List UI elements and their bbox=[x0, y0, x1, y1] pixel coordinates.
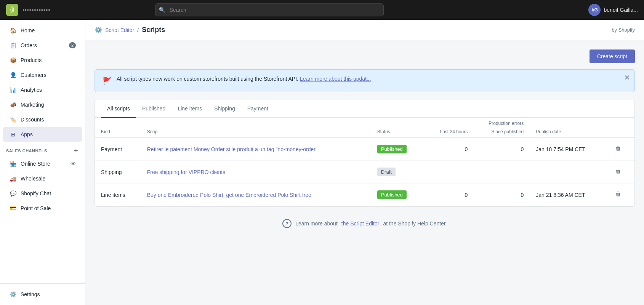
footer-help: ? Learn more about the Script Editor at … bbox=[95, 207, 635, 240]
cell-kind: Shipping bbox=[95, 161, 141, 184]
discounts-icon: 🏷️ bbox=[9, 116, 17, 123]
delete-button[interactable] bbox=[614, 190, 623, 200]
sidebar-item-label: Home bbox=[21, 27, 35, 34]
cell-last24h: 0 bbox=[423, 184, 474, 206]
cell-actions bbox=[607, 161, 634, 184]
cell-since-published: 0 bbox=[474, 138, 530, 161]
main-content: ⚙️ Script Editor / Scripts by Shopify Cr… bbox=[85, 20, 644, 305]
add-sales-channel-icon[interactable]: ＋ bbox=[73, 147, 79, 155]
cell-kind: Line items bbox=[95, 184, 141, 206]
breadcrumb-separator: / bbox=[137, 27, 139, 33]
sidebar: 🏠 Home 📋 Orders 2 📦 Products 👤 Customers bbox=[0, 20, 85, 305]
cell-script: Free shipping for VIPPRO clients bbox=[141, 161, 371, 184]
sidebar-item-analytics[interactable]: 📊 Analytics bbox=[3, 83, 82, 97]
sidebar-item-discounts[interactable]: 🏷️ Discounts bbox=[3, 112, 82, 127]
shopify-logo bbox=[6, 4, 18, 16]
marketing-icon: 📣 bbox=[9, 101, 17, 109]
cell-actions bbox=[607, 184, 634, 206]
cell-status: Published bbox=[371, 184, 424, 206]
banner-learn-more-link[interactable]: Learn more about this update. bbox=[300, 76, 371, 82]
sidebar-item-customers[interactable]: 👤 Customers bbox=[3, 68, 82, 82]
topbar: •••••••••••••••• 🔍 bG benoit Gailla... bbox=[0, 0, 644, 20]
col-status: Status bbox=[371, 126, 424, 138]
footer-text-before: Learn more about bbox=[295, 220, 338, 227]
sidebar-item-label: Online Store bbox=[21, 161, 50, 167]
sidebar-item-label: Products bbox=[21, 57, 42, 63]
settings-icon: ⚙️ bbox=[9, 291, 17, 298]
sales-channels-label: SALES CHANNELS bbox=[6, 149, 47, 153]
table-row: Line items Buy one Embroidered Polo Shir… bbox=[95, 184, 634, 206]
sidebar-item-marketing[interactable]: 📣 Marketing bbox=[3, 97, 82, 112]
create-script-button[interactable]: Create script bbox=[590, 50, 635, 63]
breadcrumb: ⚙️ Script Editor / Scripts bbox=[95, 26, 165, 34]
tab-line-items[interactable]: Line items bbox=[171, 100, 208, 118]
help-icon: ? bbox=[282, 219, 292, 228]
search-bar[interactable]: 🔍 bbox=[155, 3, 384, 16]
delete-button[interactable] bbox=[614, 167, 623, 177]
sidebar-item-apps[interactable]: ⊞ Apps bbox=[3, 127, 82, 142]
avatar: bG bbox=[588, 4, 601, 16]
analytics-icon: 📊 bbox=[9, 86, 17, 94]
page-content: Create script 🚩 All script types now wor… bbox=[85, 40, 644, 249]
banner-flag-icon: 🚩 bbox=[103, 77, 112, 86]
online-store-eye-icon: 👁 bbox=[70, 161, 76, 167]
production-errors-header: Production errors bbox=[423, 118, 530, 126]
col-since-published: Since published bbox=[474, 126, 530, 138]
cell-kind: Payment bbox=[95, 138, 141, 161]
scripts-card: All scripts Published Line items Shippin… bbox=[95, 100, 635, 207]
cell-actions bbox=[607, 138, 634, 161]
cell-publish-date bbox=[530, 161, 607, 184]
footer-text-after: at the Shopify Help Center. bbox=[383, 220, 447, 227]
sidebar-item-label: Wholesale bbox=[21, 176, 45, 182]
script-link[interactable]: Buy one Embroidered Polo Shirt, get one … bbox=[147, 192, 311, 198]
sidebar-item-orders[interactable]: 📋 Orders 2 bbox=[3, 38, 82, 53]
col-kind: Kind bbox=[95, 126, 141, 138]
wholesale-icon: 🚚 bbox=[9, 175, 17, 182]
close-icon[interactable]: ✕ bbox=[624, 74, 630, 81]
col-actions bbox=[607, 126, 634, 138]
user-menu[interactable]: bG benoit Gailla... bbox=[588, 4, 638, 16]
orders-badge: 2 bbox=[69, 42, 76, 48]
script-link[interactable]: Retirer le paiement Money Order si le pr… bbox=[147, 146, 317, 152]
tab-all-scripts[interactable]: All scripts bbox=[101, 100, 136, 118]
table-row: Shipping Free shipping for VIPPRO client… bbox=[95, 161, 634, 184]
store-icon: 🏪 bbox=[9, 160, 17, 168]
sidebar-item-label: Discounts bbox=[21, 117, 44, 123]
tab-payment[interactable]: Payment bbox=[241, 100, 274, 118]
cell-status: Published bbox=[371, 138, 424, 161]
store-name: •••••••••••••••• bbox=[23, 7, 51, 13]
delete-button[interactable] bbox=[614, 144, 623, 154]
trash-icon bbox=[615, 191, 621, 197]
breadcrumb-app-link[interactable]: Script Editor bbox=[105, 27, 134, 33]
sidebar-item-shopify-chat[interactable]: 💬 Shopify Chat bbox=[3, 186, 82, 201]
pos-icon: 💳 bbox=[9, 204, 17, 212]
page-header: ⚙️ Script Editor / Scripts by Shopify bbox=[85, 20, 644, 40]
search-input[interactable] bbox=[155, 3, 384, 16]
gear-icon: ⚙️ bbox=[95, 26, 102, 34]
sidebar-item-products[interactable]: 📦 Products bbox=[3, 53, 82, 67]
tab-published[interactable]: Published bbox=[136, 100, 172, 118]
cell-status: Draft bbox=[371, 161, 424, 184]
apps-icon: ⊞ bbox=[9, 131, 17, 138]
sidebar-item-label: Analytics bbox=[21, 87, 42, 93]
sales-channels-section: SALES CHANNELS ＋ bbox=[0, 142, 85, 156]
sidebar-item-label: Orders bbox=[21, 42, 37, 48]
script-editor-link[interactable]: the Script Editor bbox=[341, 220, 380, 227]
col-last24h: Last 24 hours bbox=[423, 126, 474, 138]
script-link[interactable]: Free shipping for VIPPRO clients bbox=[147, 169, 225, 175]
sidebar-item-label: Apps bbox=[21, 131, 33, 137]
col-script: Script bbox=[141, 126, 371, 138]
sidebar-item-online-store[interactable]: 🏪 Online Store 👁 bbox=[3, 156, 82, 171]
sidebar-item-pos[interactable]: 💳 Point of Sale bbox=[3, 201, 82, 216]
status-badge: Published bbox=[377, 190, 407, 199]
page-title: Scripts bbox=[142, 26, 165, 34]
sidebar-item-wholesale[interactable]: 🚚 Wholesale bbox=[3, 171, 82, 186]
orders-icon: 📋 bbox=[9, 42, 17, 49]
sidebar-item-settings[interactable]: ⚙️ Settings bbox=[3, 287, 82, 302]
tab-shipping[interactable]: Shipping bbox=[208, 100, 241, 118]
sidebar-item-home[interactable]: 🏠 Home bbox=[3, 23, 82, 38]
by-shopify-label: by Shopify bbox=[612, 27, 635, 33]
empty-th2 bbox=[530, 118, 607, 126]
cell-publish-date: Jan 21 8:36 AM CET bbox=[530, 184, 607, 206]
cell-script: Retirer le paiement Money Order si le pr… bbox=[141, 138, 371, 161]
